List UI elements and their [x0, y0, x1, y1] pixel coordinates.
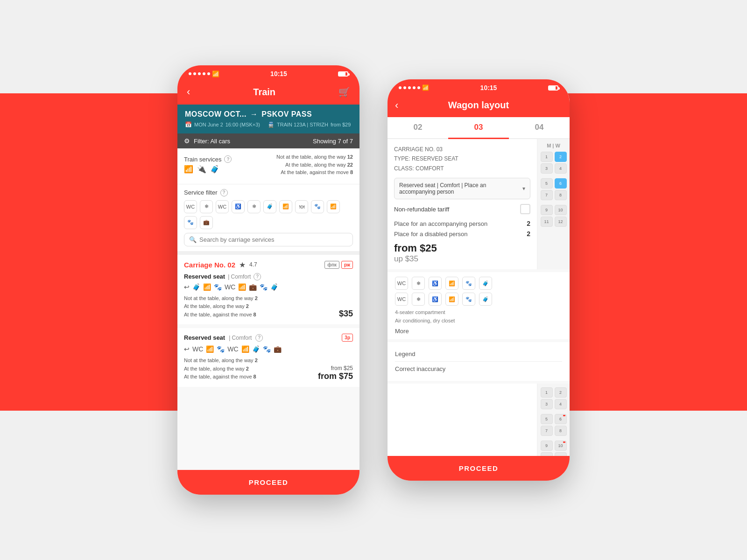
luggage-service-icon: 🧳 [210, 165, 219, 174]
service-filter-icons: WC ❄ WC ♿ ❄ 🧳 📶 🍽 🐾 📶 🐾 💼 [184, 200, 353, 229]
carriage-1-header: Carriage No. 02 ★ 4.7 фпк рж [184, 260, 353, 269]
accompanying-count: 2 [527, 220, 530, 227]
accompanying-row: Place for an accompanying person 2 [394, 220, 530, 227]
seat-map-2-left [388, 384, 537, 456]
right-status-bar: 📶 10:15 [388, 79, 570, 94]
seat-row-6: 11 12 [541, 217, 567, 227]
seat-10[interactable]: 10 [555, 205, 567, 215]
accompanying-label: Place for an accompanying person [394, 220, 487, 227]
seat-map-2-right: 1 2 3 4 5 6 7 8 [537, 384, 570, 456]
seat2-bag-icon: 🧳 [252, 345, 260, 353]
seat-r2-8[interactable]: 8 [555, 426, 567, 436]
train-services-help[interactable]: ? [224, 155, 232, 163]
mw-label: M | W [547, 143, 560, 148]
more-link[interactable]: More [395, 328, 562, 335]
disabled-count: 2 [527, 230, 530, 238]
seat-r2-9[interactable]: 9 [541, 441, 553, 451]
seat-pet2-icon: 🐾 [260, 283, 268, 291]
filter-food-icon[interactable]: 🍽 [295, 200, 308, 213]
carriage-2-badges: 3р [342, 334, 353, 342]
seat-2[interactable]: 2 [555, 152, 567, 162]
wagon-content[interactable]: CARRIAGE NO. 03 TYPE: RESERVED SEAT CLAS… [388, 139, 570, 456]
service-filter-help[interactable]: ? [220, 189, 228, 196]
seat2-wc2-icon: WC [227, 345, 238, 353]
right-proceed-button[interactable]: PROCEED [388, 456, 570, 481]
seat-r2-5[interactable]: 5 [541, 414, 553, 424]
seat-type-dropdown[interactable]: Reserved seat | Comfort | Place an accom… [394, 178, 530, 199]
non-refundable-row: Non-refundable tariff [394, 204, 530, 214]
filter-accessible-icon[interactable]: ♿ [232, 200, 245, 213]
correct-inaccuracy-item[interactable]: Correct inaccuracy [395, 362, 562, 376]
filter-wc-icon[interactable]: WC [184, 200, 197, 213]
carriage-2-class: | Comfort [229, 335, 252, 341]
filter-bag-icon[interactable]: 💼 [200, 216, 213, 229]
service-filter-title: Service filter [184, 189, 218, 196]
seat-r2-4[interactable]: 4 [555, 399, 567, 409]
seat-row-3: 5 6 [541, 178, 567, 189]
filter-wifi2-icon[interactable]: 📶 [327, 200, 340, 213]
left-proceed-button[interactable]: PROCEED [177, 470, 359, 495]
price-section: from $25 up $35 [394, 242, 530, 264]
seat-7[interactable]: 7 [541, 190, 553, 200]
carriage-1-name: Carriage No. 02 [184, 261, 235, 269]
seat-12[interactable]: 12 [555, 217, 567, 227]
filter-wifi-icon[interactable]: 📶 [279, 200, 292, 213]
seat-r2-3[interactable]: 3 [541, 399, 553, 409]
wagon-tab-03[interactable]: 03 [448, 117, 509, 139]
seat-8[interactable]: 8 [555, 190, 567, 200]
back-button-left[interactable]: ‹ [187, 86, 190, 98]
right-title: Wagon layout [448, 100, 509, 111]
non-refundable-checkbox[interactable] [520, 204, 530, 214]
filter-pet2-icon[interactable]: 🐾 [184, 216, 197, 229]
seat-4[interactable]: 4 [555, 163, 567, 174]
search-input[interactable] [199, 236, 348, 243]
seat-r2-11[interactable]: 11 [541, 452, 553, 456]
seat-r2-1[interactable]: 1 [541, 387, 553, 398]
back-button-right[interactable]: ‹ [395, 99, 398, 112]
seat-pet-icon: 🐾 [214, 283, 222, 291]
seat-help-1[interactable]: ? [254, 273, 261, 280]
legend-item[interactable]: Legend [395, 347, 562, 362]
seat-6[interactable]: 6 [555, 178, 567, 189]
filter-wc2-icon[interactable]: WC [216, 200, 229, 213]
seat-r2-7[interactable]: 7 [541, 426, 553, 436]
seat-9[interactable]: 9 [541, 205, 553, 215]
filter-pet-icon[interactable]: 🐾 [311, 200, 324, 213]
seat-price-1: $35 [339, 309, 353, 319]
seat-class-1: | Comfort [228, 273, 251, 280]
filter-luggage-icon[interactable]: 🧳 [263, 200, 276, 213]
svc-snow2-icon: ❄ [412, 293, 425, 306]
seat-help-2[interactable]: ? [255, 334, 263, 342]
star-icon: ★ [239, 260, 246, 269]
filter-snow-icon[interactable]: ❄ [200, 200, 213, 213]
seat-icons-1: ↩ 🧳 📶 🐾 WC 📶 💼 🐾 🧳 [184, 283, 353, 291]
left-content[interactable]: Train services ? 📶 🔌 🧳 Not at the table,… [177, 148, 359, 470]
search-input-wrap[interactable]: 🔍 [184, 233, 353, 246]
seat2-wifi-icon: 📶 [206, 345, 214, 353]
carriage-card-1: Carriage No. 02 ★ 4.7 фпк рж Reserved se… [177, 255, 359, 325]
cart-icon[interactable]: 🛒 [338, 86, 350, 98]
seat-11[interactable]: 11 [541, 217, 553, 227]
svc-wifi2-icon: 📶 [445, 293, 458, 306]
seat-1[interactable]: 1 [541, 152, 553, 162]
filter-snow2-icon[interactable]: ❄ [247, 200, 261, 213]
badge-fnk: фпк [324, 261, 339, 269]
seat-bag3-icon: 🧳 [270, 283, 278, 291]
train-services-section: Train services ? 📶 🔌 🧳 Not at the table,… [177, 148, 359, 184]
carriage-1-rating: 4.7 [249, 261, 257, 268]
wagon-tab-04[interactable]: 04 [509, 117, 570, 138]
seat-r2-10[interactable]: 10 [555, 441, 567, 451]
route-cities: MOSCOW OCT... → PSKOV PASS [185, 110, 352, 119]
svc-snow-icon: ❄ [412, 277, 425, 290]
route-date: MON June 2 [194, 122, 223, 127]
seat-5[interactable]: 5 [541, 178, 553, 189]
showing-count: Showing 7 of 7 [313, 138, 353, 145]
train-price: from $29 [331, 122, 351, 127]
filter-label[interactable]: Filter: All cars [194, 138, 230, 145]
seat-r2-12[interactable]: 12 [555, 452, 567, 456]
seat-r2-6[interactable]: 6 [555, 414, 567, 424]
seat-r2-2[interactable]: 2 [555, 387, 567, 398]
seat-3[interactable]: 3 [541, 163, 553, 174]
svc-accessible-icon: ♿ [429, 277, 442, 290]
wagon-tab-02[interactable]: 02 [388, 117, 448, 138]
